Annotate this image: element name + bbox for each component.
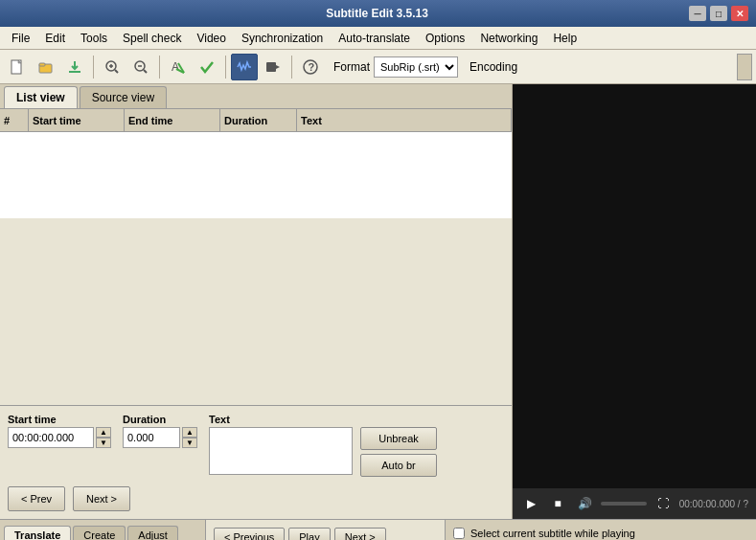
start-time-input[interactable] bbox=[8, 427, 94, 448]
tab-translate[interactable]: Translate bbox=[4, 526, 71, 540]
play-button[interactable]: ▶ bbox=[520, 493, 541, 514]
time-display: 00:00:00.000 / ? bbox=[679, 499, 748, 509]
video-area bbox=[513, 84, 756, 488]
left-bottom-panel: Translate Create Adjust Auto repeat Auto… bbox=[0, 520, 206, 540]
format-section: Format SubRip (.srt) Encoding bbox=[333, 56, 517, 78]
tab-adjust[interactable]: Adjust bbox=[127, 526, 178, 540]
new-button[interactable] bbox=[4, 54, 31, 80]
start-time-up[interactable]: ▲ bbox=[96, 427, 111, 438]
toolbar-separator-4 bbox=[291, 56, 292, 79]
format-select[interactable]: SubRip (.srt) bbox=[374, 56, 458, 78]
text-actions: Unbreak Auto br bbox=[360, 427, 437, 477]
format-label: Format bbox=[333, 60, 370, 74]
edit-fields-row: Start time ▲ ▼ Duration ▲ bbox=[8, 414, 504, 477]
table-header: # Start time End time Duration Text bbox=[0, 109, 512, 132]
video-placeholder bbox=[513, 84, 756, 488]
volume-button[interactable]: 🔊 bbox=[574, 493, 595, 514]
menu-bar: File Edit Tools Spell check Video Synchr… bbox=[0, 27, 756, 50]
duration-input-row: ▲ ▼ bbox=[123, 427, 197, 448]
svg-rect-15 bbox=[266, 62, 276, 72]
subtitle-table: # Start time End time Duration Text bbox=[0, 109, 512, 405]
minimize-button[interactable]: ─ bbox=[689, 6, 706, 21]
duration-input[interactable] bbox=[123, 427, 180, 448]
bottom-section: Translate Create Adjust Auto repeat Auto… bbox=[0, 519, 756, 540]
start-time-label: Start time bbox=[8, 414, 111, 425]
col-header-dur: Duration bbox=[220, 109, 297, 131]
prev-button[interactable]: < Prev bbox=[8, 486, 65, 511]
help-icon-btn[interactable]: ? bbox=[297, 54, 324, 80]
app-title: Subtitle Edit 3.5.13 bbox=[65, 7, 689, 20]
playback-row: < Previous Play Next > bbox=[214, 528, 437, 540]
next-main-button[interactable]: Next > bbox=[334, 528, 386, 540]
play-main-button[interactable]: Play bbox=[288, 528, 330, 540]
nav-row: < Prev Next > bbox=[8, 486, 504, 511]
duration-spinners: ▲ ▼ bbox=[182, 427, 197, 448]
auto-br-button[interactable]: Auto br bbox=[360, 454, 437, 477]
unbreak-button[interactable]: Unbreak bbox=[360, 427, 437, 450]
menu-video[interactable]: Video bbox=[189, 30, 233, 47]
window-controls: ─ □ ✕ bbox=[689, 6, 748, 21]
svg-text:A: A bbox=[172, 60, 179, 74]
svg-marker-16 bbox=[276, 65, 280, 69]
seek-slider[interactable] bbox=[601, 502, 647, 506]
col-header-num: # bbox=[0, 109, 29, 131]
right-bottom-panel: Select current subtitle while playing Cl… bbox=[446, 520, 756, 540]
menu-networking[interactable]: Networking bbox=[472, 30, 545, 47]
toolbar-separator-1 bbox=[93, 56, 94, 79]
duration-up[interactable]: ▲ bbox=[182, 427, 197, 438]
fullscreen-button[interactable]: ⛶ bbox=[653, 493, 674, 514]
video-button[interactable] bbox=[260, 54, 286, 80]
menu-edit[interactable]: Edit bbox=[37, 30, 73, 47]
col-header-start: Start time bbox=[29, 109, 125, 131]
maximize-button[interactable]: □ bbox=[710, 6, 727, 21]
duration-down[interactable]: ▼ bbox=[182, 438, 197, 448]
toolbar-separator-3 bbox=[225, 56, 226, 79]
zoom-in-button[interactable] bbox=[99, 54, 126, 80]
waveform-button[interactable] bbox=[231, 54, 258, 80]
menu-help[interactable]: Help bbox=[545, 30, 584, 47]
menu-file[interactable]: File bbox=[4, 30, 37, 47]
svg-line-6 bbox=[115, 70, 118, 73]
start-time-down[interactable]: ▼ bbox=[96, 438, 111, 448]
close-button[interactable]: ✕ bbox=[731, 6, 748, 21]
menu-tools[interactable]: Tools bbox=[73, 30, 115, 47]
menu-synchronization[interactable]: Synchronization bbox=[234, 30, 331, 47]
select-subtitle-row: Select current subtitle while playing bbox=[446, 520, 756, 540]
menu-autotranslate[interactable]: Auto-translate bbox=[331, 30, 418, 47]
zoom-out-button[interactable] bbox=[127, 54, 154, 80]
svg-rect-3 bbox=[39, 63, 45, 66]
previous-button[interactable]: < Previous bbox=[214, 528, 285, 540]
tab-source-view[interactable]: Source view bbox=[80, 86, 167, 108]
col-header-text: Text bbox=[297, 109, 512, 131]
menu-options[interactable]: Options bbox=[418, 30, 472, 47]
col-header-end: End time bbox=[125, 109, 220, 131]
start-time-group: Start time ▲ ▼ bbox=[8, 414, 111, 448]
start-time-spinners: ▲ ▼ bbox=[96, 427, 111, 448]
main-area: List view Source view # Start time End t… bbox=[0, 84, 756, 519]
menu-spellcheck[interactable]: Spell check bbox=[115, 30, 189, 47]
edit-area: Start time ▲ ▼ Duration ▲ bbox=[0, 405, 512, 519]
svg-line-10 bbox=[144, 70, 147, 73]
left-panel: List view Source view # Start time End t… bbox=[0, 84, 513, 519]
toolbar: A ? Format SubRip (.srt) Encoding bbox=[0, 50, 756, 84]
scrollbar[interactable] bbox=[737, 54, 752, 80]
encoding-label: Encoding bbox=[470, 60, 517, 74]
text-input[interactable] bbox=[209, 427, 353, 475]
table-rows bbox=[0, 132, 512, 218]
duration-label: Duration bbox=[123, 414, 197, 425]
right-panel-video: ▶ ■ 🔊 ⛶ 00:00:00.000 / ? bbox=[513, 84, 756, 519]
stop-button[interactable]: ■ bbox=[547, 493, 568, 514]
tab-bar: List view Source view bbox=[0, 84, 512, 109]
middle-bottom-panel: < Previous Play Next > Pause Search text… bbox=[206, 520, 446, 540]
tab-list-view[interactable]: List view bbox=[4, 86, 78, 108]
check-button[interactable] bbox=[194, 54, 220, 80]
open-button[interactable] bbox=[33, 54, 59, 80]
text-label: Text bbox=[209, 414, 437, 425]
next-button[interactable]: Next > bbox=[73, 486, 130, 511]
tab-create[interactable]: Create bbox=[73, 526, 126, 540]
select-subtitle-label: Select current subtitle while playing bbox=[470, 528, 635, 539]
select-current-checkbox[interactable] bbox=[453, 528, 465, 539]
download-button[interactable] bbox=[61, 54, 88, 80]
spell-button[interactable]: A bbox=[165, 54, 192, 80]
toolbar-separator-2 bbox=[159, 56, 160, 79]
